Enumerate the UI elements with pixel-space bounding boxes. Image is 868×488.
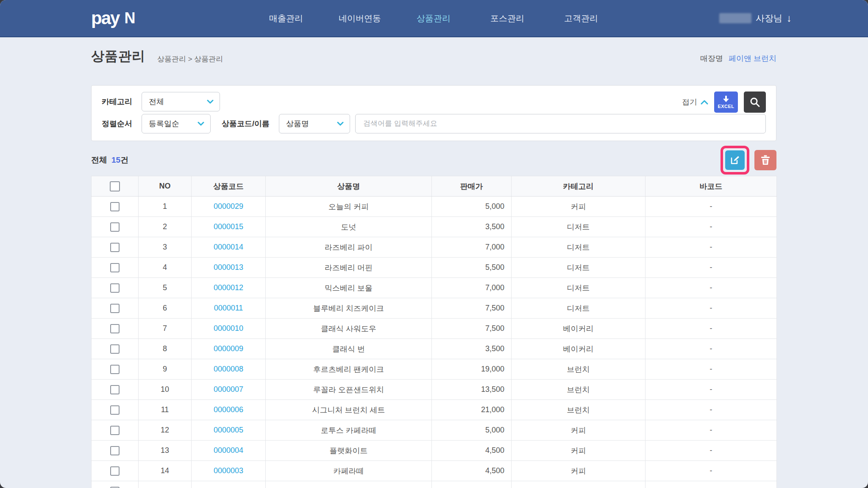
cell-no: 5: [139, 278, 192, 298]
row-checkbox[interactable]: [110, 365, 120, 374]
product-code-link[interactable]: 0000006: [214, 405, 243, 414]
cell-price: 5,000: [432, 420, 512, 441]
cell-barcode: -: [645, 420, 777, 441]
cell-barcode: -: [645, 237, 777, 258]
nav-item-sales[interactable]: 매출관리: [254, 13, 318, 24]
cell-no: 12: [139, 420, 192, 441]
nav-item-customers[interactable]: 고객관리: [549, 13, 613, 24]
row-checkbox[interactable]: [110, 426, 120, 435]
product-code-link[interactable]: 0000008: [214, 365, 243, 373]
cell-product-code: 0000029: [192, 197, 266, 217]
row-checkbox[interactable]: [110, 344, 120, 354]
product-code-link[interactable]: 0000029: [214, 202, 243, 211]
collapse-toggle[interactable]: 접기: [682, 97, 708, 107]
row-checkbox-cell: [92, 217, 139, 237]
product-code-link[interactable]: 0000007: [214, 385, 243, 394]
row-checkbox[interactable]: [110, 263, 120, 272]
edit-product-button[interactable]: [725, 150, 745, 170]
product-code-link[interactable]: 0000010: [214, 324, 243, 333]
select-all-checkbox[interactable]: [110, 181, 120, 191]
edit-pencil-icon: [730, 155, 740, 165]
cell-no: 13: [139, 441, 192, 461]
product-code-link[interactable]: 0000009: [214, 344, 243, 353]
product-code-link[interactable]: 0000004: [214, 446, 243, 455]
row-checkbox-cell: [92, 441, 139, 461]
cell-product-code: 0000009: [192, 339, 266, 359]
row-checkbox[interactable]: [110, 283, 120, 293]
excel-download-button[interactable]: EXCEL: [714, 92, 738, 113]
nav-item-naver-link[interactable]: 네이버연동: [328, 13, 392, 24]
cell-category: 디저트: [512, 298, 645, 319]
logo-pay-text: pay: [91, 8, 119, 28]
cell-barcode: -: [645, 197, 777, 217]
nav-item-products[interactable]: 상품관리: [402, 13, 465, 24]
total-count: 전체15건: [91, 155, 128, 166]
row-checkbox[interactable]: [110, 202, 120, 211]
cell-no: 7: [139, 319, 192, 339]
page-title: 상품관리: [91, 47, 145, 65]
header-no: NO: [139, 176, 192, 197]
search-button[interactable]: [744, 92, 766, 113]
table-row: 3 0000014 라즈베리 파이 7,000 디저트 -: [92, 237, 777, 258]
breadcrumb: 상품관리 > 상품관리: [157, 54, 223, 64]
search-input[interactable]: [355, 114, 766, 133]
cell-product-code: 0000006: [192, 400, 266, 420]
cell-price: 3,500: [432, 339, 512, 359]
pay-n-logo[interactable]: pay N: [91, 0, 135, 36]
cell-product-code: 0000010: [192, 319, 266, 339]
product-code-link[interactable]: 0000015: [214, 222, 243, 231]
row-checkbox[interactable]: [110, 324, 120, 333]
row-checkbox[interactable]: [110, 222, 120, 232]
table-row: 14 0000003 카페라떼 4,500 커피 -: [92, 461, 777, 481]
cell-no: 9: [139, 359, 192, 380]
cell-price: 7,500: [432, 298, 512, 319]
table-header-row: NO 상품코드 상품명 판매가 카테고리 바코드: [92, 176, 777, 197]
row-checkbox[interactable]: [110, 243, 120, 252]
cell-category: 베이커리: [512, 339, 645, 359]
chevron-down-icon: [337, 122, 344, 126]
product-code-link[interactable]: 0000013: [214, 263, 243, 272]
row-checkbox[interactable]: [110, 385, 120, 394]
store-name-label: 매장명: [700, 54, 723, 63]
table-row: 13 0000004 플랫화이트 4,500 커피 -: [92, 441, 777, 461]
row-checkbox-cell: [92, 258, 139, 278]
excel-button-label: EXCEL: [718, 104, 734, 109]
cell-no: 11: [139, 400, 192, 420]
cell-category: 브런치: [512, 380, 645, 400]
user-menu[interactable]: 사장님 ↓: [719, 0, 792, 36]
table-row: 2 0000015 도넛 3,500 디저트 -: [92, 217, 777, 237]
cell-no: 8: [139, 339, 192, 359]
row-checkbox[interactable]: [110, 304, 120, 313]
product-code-link[interactable]: 0000014: [214, 243, 243, 251]
row-checkbox-cell: [92, 237, 139, 258]
row-checkbox[interactable]: [110, 446, 120, 455]
cell-barcode: -: [645, 217, 777, 237]
cell-product-code: 0000005: [192, 420, 266, 441]
cell-no: 14: [139, 461, 192, 481]
delete-product-button[interactable]: [754, 150, 776, 170]
nav-item-pos[interactable]: 포스관리: [476, 13, 539, 24]
search-field-select[interactable]: 상품명: [279, 114, 350, 133]
product-code-link[interactable]: 0000012: [214, 283, 243, 292]
product-code-link[interactable]: 0000011: [214, 304, 243, 312]
user-dropdown-arrow-icon[interactable]: ↓: [787, 12, 792, 24]
cell-product-name: 로투스 카페라떼: [266, 420, 432, 441]
table-row: 6 0000011 블루베리 치즈케이크 7,500 디저트 -: [92, 298, 777, 319]
cell-price: 4,000: [432, 481, 512, 488]
store-name-link[interactable]: 페이앤 브런치: [729, 54, 776, 63]
row-checkbox[interactable]: [110, 405, 120, 415]
product-code-link[interactable]: 0000005: [214, 426, 243, 434]
row-checkbox[interactable]: [110, 466, 120, 476]
row-checkbox[interactable]: [110, 487, 120, 488]
category-select[interactable]: 전체: [142, 92, 220, 111]
cell-no: 3: [139, 237, 192, 258]
row-checkbox-cell: [92, 380, 139, 400]
cell-product-name: 블루베리 치즈케이크: [266, 298, 432, 319]
cell-barcode: -: [645, 258, 777, 278]
sort-select[interactable]: 등록일순: [142, 114, 211, 133]
cell-no: 4: [139, 258, 192, 278]
row-checkbox-cell: [92, 461, 139, 481]
product-code-link[interactable]: 0000003: [214, 466, 243, 475]
filter-tools: 접기 EXCEL: [682, 92, 766, 113]
cell-product-code: 0000008: [192, 359, 266, 380]
